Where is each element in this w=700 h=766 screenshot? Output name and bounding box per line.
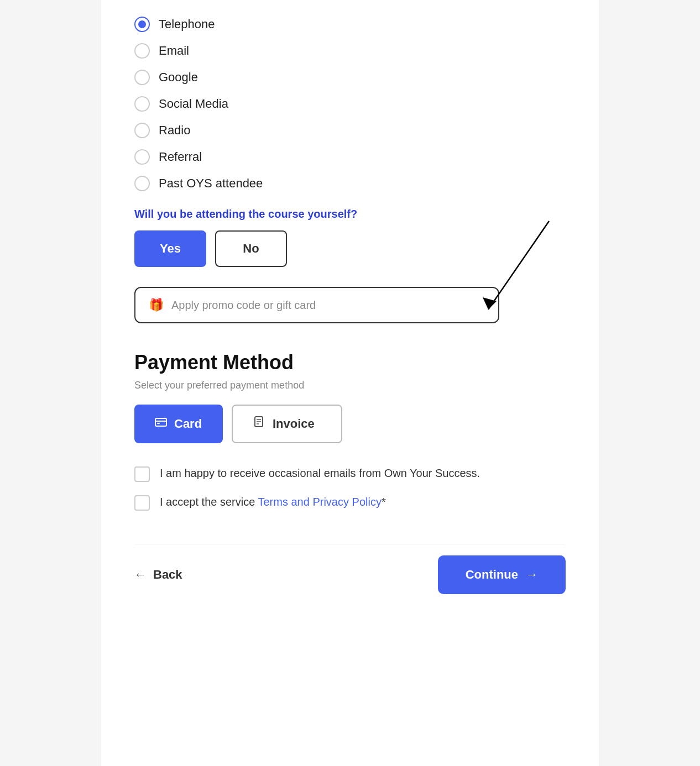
continue-button-label: Continue — [466, 568, 518, 582]
continue-arrow-icon: → — [526, 568, 538, 582]
radio-item-past-oys[interactable]: Past OYS attendee — [134, 176, 566, 191]
checkbox-terms-label: I accept the service Terms and Privacy P… — [160, 494, 386, 510]
svg-rect-2 — [155, 418, 166, 426]
radio-item-radio[interactable]: Radio — [134, 123, 566, 138]
yes-button[interactable]: Yes — [134, 230, 206, 267]
checkbox-box-emails[interactable] — [134, 466, 150, 482]
card-button[interactable]: Card — [134, 405, 223, 443]
page-container: Telephone Email Google Social Media Radi… — [101, 0, 599, 766]
svg-rect-4 — [157, 423, 160, 424]
payment-method-section: Payment Method Select your preferred pay… — [134, 351, 566, 443]
invoice-button[interactable]: Invoice — [232, 405, 342, 443]
back-button[interactable]: ← Back — [134, 568, 182, 582]
radio-label-referral: Referral — [159, 150, 202, 164]
radio-item-google[interactable]: Google — [134, 70, 566, 85]
checkbox-emails[interactable]: I am happy to receive occasional emails … — [134, 465, 566, 482]
radio-button-social-media[interactable] — [134, 96, 150, 112]
invoice-button-label: Invoice — [273, 417, 315, 431]
payment-method-group: Card Invoice — [134, 405, 566, 443]
payment-method-title: Payment Method — [134, 351, 566, 374]
continue-button[interactable]: Continue → — [438, 555, 566, 594]
radio-button-email[interactable] — [134, 43, 150, 59]
promo-placeholder-text: Apply promo code or gift card — [171, 299, 316, 312]
radio-item-social-media[interactable]: Social Media — [134, 96, 566, 112]
checkbox-terms[interactable]: I accept the service Terms and Privacy P… — [134, 494, 566, 511]
radio-button-google[interactable] — [134, 70, 150, 85]
radio-item-referral[interactable]: Referral — [134, 149, 566, 165]
radio-label-past-oys: Past OYS attendee — [159, 176, 263, 191]
terms-link[interactable]: Terms and Privacy Policy — [258, 496, 382, 508]
back-button-label: Back — [153, 568, 182, 582]
radio-button-radio[interactable] — [134, 123, 150, 138]
radio-label-telephone: Telephone — [159, 17, 215, 32]
attending-question: Will you be attending the course yoursel… — [134, 208, 566, 221]
card-button-label: Card — [174, 417, 202, 431]
checkbox-box-terms[interactable] — [134, 495, 150, 511]
radio-button-telephone[interactable] — [134, 17, 150, 32]
no-button[interactable]: No — [215, 230, 287, 267]
gift-icon: 🎁 — [149, 298, 164, 312]
checkboxes-group: I am happy to receive occasional emails … — [134, 465, 566, 511]
yes-no-group: Yes No — [134, 230, 566, 267]
radio-button-referral[interactable] — [134, 149, 150, 165]
radio-item-email[interactable]: Email — [134, 43, 566, 59]
radio-label-radio: Radio — [159, 123, 190, 138]
radio-group: Telephone Email Google Social Media Radi… — [134, 17, 566, 191]
radio-label-social-media: Social Media — [159, 97, 228, 111]
radio-button-past-oys[interactable] — [134, 176, 150, 191]
invoice-icon — [253, 416, 266, 432]
card-icon — [154, 416, 168, 432]
promo-code-field[interactable]: 🎁 Apply promo code or gift card — [134, 287, 499, 323]
radio-label-email: Email — [159, 44, 189, 58]
back-arrow-icon: ← — [134, 568, 147, 582]
radio-label-google: Google — [159, 70, 198, 85]
checkbox-emails-label: I am happy to receive occasional emails … — [160, 465, 480, 481]
footer-bar: ← Back Continue → — [134, 544, 566, 594]
payment-method-subtitle: Select your preferred payment method — [134, 380, 566, 391]
radio-item-telephone[interactable]: Telephone — [134, 17, 566, 32]
